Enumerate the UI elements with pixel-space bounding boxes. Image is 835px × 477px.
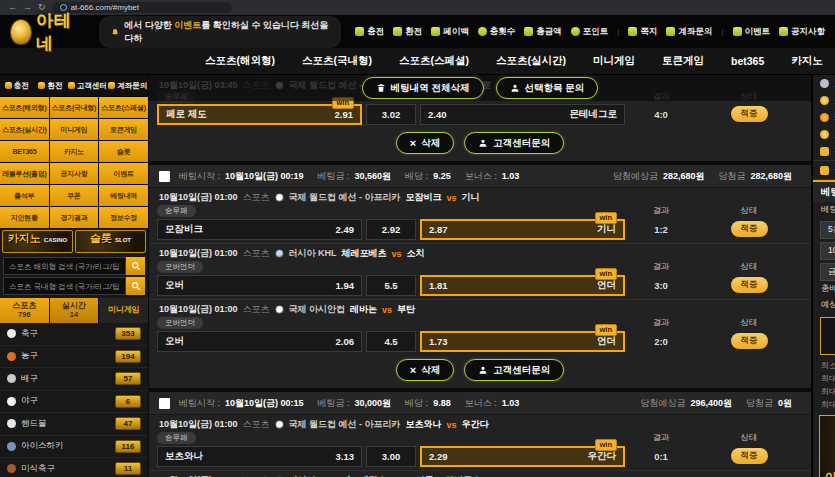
nav-item-6[interactable]: bet365 (731, 55, 764, 67)
menu-item-gift[interactable]: 이벤트 (733, 26, 771, 38)
sport-row-6[interactable]: 미식축구11 (0, 458, 148, 477)
menu-item-point[interactable]: 포인트 (571, 26, 609, 38)
overseas-search-input[interactable] (3, 257, 126, 275)
odds-away-button[interactable]: 1.73언더win (420, 331, 625, 352)
search-button[interactable] (126, 277, 145, 295)
sidebar-grid-button-12[interactable]: 출석부 (0, 185, 49, 206)
selected-items-inquiry-button[interactable]: 선택항목 문의 (496, 77, 599, 99)
sidebar-grid-button-0[interactable]: 스포츠(해외형) (0, 97, 49, 118)
nav-item-5[interactable]: 토큰게임 (662, 54, 704, 68)
odds-home-button[interactable]: 보츠와나3.13 (157, 446, 362, 467)
odds-draw-button[interactable]: 3.00 (366, 446, 416, 467)
quick-menu-3[interactable]: 계좌문의 (108, 75, 148, 96)
delete-bet-button[interactable]: ×삭제 (396, 132, 454, 154)
bet-select-checkbox[interactable] (159, 171, 170, 182)
quick-amount-button-2[interactable]: 금액초기화 (820, 263, 835, 281)
sidebar-grid-button-6[interactable]: BET365 (0, 141, 49, 162)
odds-home-button[interactable]: 오버1.94 (157, 275, 362, 296)
odds-away-button[interactable]: 2.87기니win (420, 219, 625, 240)
odds-draw-button[interactable]: 2.92 (366, 219, 416, 240)
quick-amount-button-1[interactable]: 10만원 (820, 242, 835, 260)
odds-away-button[interactable]: 2.40몬테네그로 (420, 104, 625, 125)
sidebar-tab-1[interactable]: 실시간14 (50, 298, 99, 323)
delete-all-bets-button[interactable]: 베팅내역 전체삭제 (362, 77, 484, 99)
sidebar-grid-button-8[interactable]: 슬롯 (99, 141, 148, 162)
sidebar-grid-button-10[interactable]: 공지사항 (50, 163, 99, 184)
odds-row: 오버1.945.51.81언더win3:0적중 (149, 274, 811, 296)
sport-count-badge: 353 (115, 327, 141, 340)
rightbar-banner[interactable]: 아테네 (819, 415, 835, 477)
menu-item-exchange[interactable]: 환전 (393, 26, 422, 38)
menu-item-total-amount[interactable]: 총금액 (524, 26, 562, 38)
menu-item-count[interactable]: 충횟수 (478, 26, 516, 38)
odds-draw-button[interactable]: 5.5 (366, 275, 416, 296)
sidebar-grid-button-14[interactable]: 베팅내역 (99, 185, 148, 206)
sidebar-grid-button-16[interactable]: 경기결과 (50, 207, 99, 228)
quick-menu-0[interactable]: 충전 (0, 75, 34, 96)
sidebar-grid-button-4[interactable]: 미니게임 (50, 119, 99, 140)
sport-row-4[interactable]: 핸드볼47 (0, 413, 148, 436)
sidebar-grid-button-11[interactable]: 이벤트 (99, 163, 148, 184)
menu-item-mail[interactable]: 쪽지 (628, 26, 657, 38)
rightbar-item-2[interactable]: 카지노머니 (813, 109, 835, 126)
state-column-label: 상태 (697, 205, 801, 217)
rightbar-recharge[interactable]: 충전 (813, 160, 835, 180)
odds-home-button[interactable]: 모잠비크2.49 (157, 219, 362, 240)
sidebar-banner-casino[interactable]: 카지노CASINO (2, 230, 73, 253)
sidebar-grid-button-9[interactable]: 레볼루션(홀덤) (0, 163, 49, 184)
menu-item-payback[interactable]: 페이백 (431, 26, 469, 38)
nav-item-0[interactable]: 스포츠(해외형) (205, 54, 275, 68)
sidebar-grid-button-1[interactable]: 스포츠(국내형) (50, 97, 99, 118)
sidebar-tab-0[interactable]: 스포츠796 (0, 298, 49, 323)
notice-banner[interactable]: 에서 다양한 이벤트를 확인하실 수 있습니다 최선을 다하 (99, 16, 341, 48)
domestic-search-input[interactable] (3, 277, 126, 295)
odds-away-button[interactable]: 2.29우간다win (420, 446, 625, 467)
quick-menu-1[interactable]: 환전 (34, 75, 68, 96)
bet-select-checkbox[interactable] (159, 398, 170, 409)
sidebar-grid-button-13[interactable]: 쿠폰 (50, 185, 99, 206)
sport-row-5[interactable]: 아이스하키116 (0, 436, 148, 459)
quick-amount-button-0[interactable]: 5천원 (820, 221, 835, 239)
rightbar-item-3[interactable]: 보유포인트 (813, 126, 835, 143)
menu-item-megaphone[interactable]: 공지사항 (779, 26, 825, 38)
menu-item-card[interactable]: 충전 (355, 26, 384, 38)
menu-item-bank[interactable]: 계좌문의 (666, 26, 712, 38)
sidebar-grid-button-15[interactable]: 지인현황 (0, 207, 49, 228)
sidebar-grid-button-7[interactable]: 카지노 (50, 141, 99, 162)
sidebar-grid-button-3[interactable]: 스포츠(실시간) (0, 119, 49, 140)
nav-item-2[interactable]: 스포츠(스페셜) (399, 54, 469, 68)
limit-info-2: 최대 당첨금액 (813, 385, 835, 398)
sport-row-1[interactable]: 농구194 (0, 346, 148, 369)
match-time: 10월10일(금) 01:00 (159, 247, 238, 260)
sport-row-0[interactable]: 축구353 (0, 323, 148, 346)
menu-icon (820, 166, 829, 175)
nav-item-4[interactable]: 미니게임 (593, 54, 635, 68)
odds-home-button[interactable]: 오버2.06 (157, 331, 362, 352)
customer-center-inquiry-button[interactable]: 고객센터문의 (464, 359, 564, 381)
nav-item-1[interactable]: 스포츠(국내형) (302, 54, 372, 68)
sport-row-3[interactable]: 야구6 (0, 391, 148, 414)
bet-amount-input[interactable] (820, 317, 835, 355)
sidebar-banner-slot[interactable]: 슬롯SLOT (75, 230, 146, 253)
sidebar-tab-2[interactable]: 미니게임 (99, 298, 148, 323)
odds-home-button[interactable]: 페로 제도2.91win (157, 104, 362, 125)
match-type: 스포츠 (243, 191, 270, 204)
site-logo[interactable]: 아테네 (10, 9, 85, 55)
odds-away-button[interactable]: 1.81언더win (420, 275, 625, 296)
rightbar-item-0[interactable]: 로그아웃 (813, 75, 835, 92)
sidebar-grid-button-5[interactable]: 토큰게임 (99, 119, 148, 140)
odds-draw-button[interactable]: 4.5 (366, 331, 416, 352)
rightbar-item-1[interactable]: 보유머니 (813, 92, 835, 109)
odds-draw-button[interactable]: 3.02 (366, 104, 416, 125)
sport-row-2[interactable]: 배구57 (0, 368, 148, 391)
nav-item-7[interactable]: 카지노 (791, 54, 823, 68)
quick-menu-2[interactable]: 고객센터 (67, 75, 107, 96)
customer-center-inquiry-button[interactable]: 고객센터문의 (464, 132, 564, 154)
delete-bet-button[interactable]: ×삭제 (396, 359, 454, 381)
sidebar-grid-button-2[interactable]: 스포츠(스페셜) (99, 97, 148, 118)
rightbar-item-4[interactable]: 룰렛쿠폰 (813, 143, 835, 160)
nav-item-3[interactable]: 스포츠(실시간) (496, 54, 566, 68)
sidebar-grid-button-17[interactable]: 정보수정 (99, 207, 148, 228)
search-button[interactable] (126, 257, 145, 275)
sidebar-banners: 카지노CASINO슬롯SLOT (0, 228, 148, 255)
